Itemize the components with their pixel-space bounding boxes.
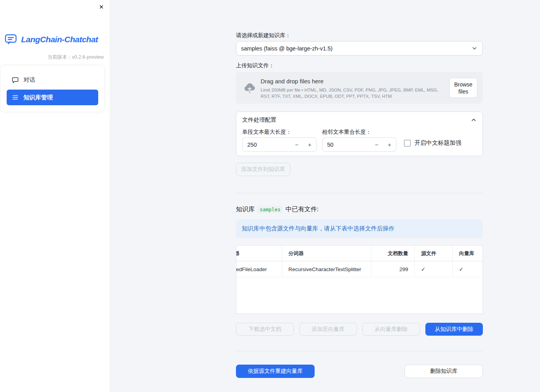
col-doc-count[interactable]: 文档数量	[371, 246, 414, 261]
plus-stepper[interactable]: +	[303, 138, 316, 151]
chat-bubble-icon	[12, 76, 19, 83]
plus-stepper[interactable]: +	[383, 138, 396, 151]
existing-files-heading: 知识库 samples 中已有文件:	[236, 204, 319, 214]
dropzone-limit-text: Limit 200MB per file • HTML, MD, JSON, C…	[261, 87, 448, 99]
chevron-down-icon	[471, 45, 478, 52]
download-selected-button[interactable]: 下载选中文档	[236, 323, 294, 336]
minus-stepper[interactable]: −	[290, 138, 303, 151]
add-to-vector-store-button[interactable]: 添加至向量库	[299, 323, 357, 336]
sidebar-menu: 对话 知识库管理	[1, 66, 104, 111]
divider	[236, 193, 483, 193]
logo-text: LangChain-Chatchat	[21, 35, 98, 44]
logo-chat-icon	[5, 34, 18, 45]
add-files-to-kb-button[interactable]: 添加文件到知识库	[236, 163, 290, 176]
divider	[236, 351, 483, 351]
delete-from-kb-button[interactable]: 从知识库中删除	[425, 323, 483, 336]
table-row[interactable]: UnstructuredFileLoader RecursiveCharacte…	[236, 261, 482, 277]
zh-title-enhance-checkbox-wrap: 开启中文标题加强	[404, 139, 461, 147]
sidebar-item-knowledge-base[interactable]: 知识库管理	[7, 90, 98, 105]
kb-select-label: 请选择或新建知识库：	[236, 32, 291, 39]
file-config-expander: 文件处理配置 单段文本最大长度： 相邻文本重合长度： 250 − + 50 − …	[236, 111, 483, 156]
cell-vector-check: ✓	[452, 261, 482, 277]
dropzone-instruction: Drag and drop files here	[261, 78, 324, 85]
chunk-overlap-input[interactable]: 50 − +	[322, 137, 396, 152]
close-sidebar-icon[interactable]: ✕	[97, 3, 106, 11]
check-icon: ✓	[421, 266, 425, 272]
delete-kb-button[interactable]: 删除知识库	[405, 365, 483, 378]
browse-files-button[interactable]: Browse files	[449, 78, 477, 98]
checkbox[interactable]	[404, 140, 411, 147]
sidebar-item-label: 对话	[23, 76, 35, 84]
sidebar: ✕ LangChain-Chatchat 当前版本：v0.2.6-preview…	[0, 0, 110, 392]
cell-doc-count: 299	[371, 261, 414, 277]
col-loader[interactable]: 文档加载器	[236, 246, 282, 261]
app-logo: LangChain-Chatchat	[5, 34, 98, 45]
checkbox-label: 开启中文标题加强	[414, 139, 461, 147]
col-splitter[interactable]: 分词器	[282, 246, 371, 261]
info-banner: 知识库中包含源文件与向量库，请从下表中选择文件后操作	[236, 219, 483, 238]
cell-source-check: ✓	[414, 261, 452, 277]
chunk-overlap-value[interactable]: 50	[322, 138, 370, 151]
file-dropzone[interactable]: Drag and drop files here Limit 200MB per…	[236, 72, 483, 104]
col-vector-store[interactable]: 向量库	[452, 246, 482, 261]
delete-from-vector-store-button[interactable]: 从向量库删除	[362, 323, 420, 336]
minus-stepper[interactable]: −	[370, 138, 383, 151]
col-source-file[interactable]: 源文件	[414, 246, 452, 261]
cloud-upload-icon	[243, 82, 256, 95]
cell-splitter: RecursiveCharacterTextSplitter	[282, 261, 371, 277]
info-text: 知识库中包含源文件与向量库，请从下表中选择文件后操作	[242, 225, 394, 232]
heading-prefix: 知识库	[236, 205, 255, 214]
chunk-overlap-label: 相邻文本重合长度：	[322, 129, 371, 136]
list-icon	[12, 94, 19, 101]
version-label: 当前版本：v0.2.6-preview	[47, 54, 104, 61]
kb-name-code: samples	[257, 206, 283, 213]
kb-select[interactable]: samples (faiss @ bge-large-zh-v1.5)	[236, 41, 483, 56]
rebuild-vector-store-button[interactable]: 依据源文件重建向量库	[236, 365, 315, 378]
kb-select-value: samples (faiss @ bge-large-zh-v1.5)	[241, 45, 333, 52]
chevron-up-icon[interactable]	[470, 117, 477, 123]
cell-loader: UnstructuredFileLoader	[236, 261, 282, 277]
table-header-row: 文档加载器 分词器 文档数量 源文件 向量库	[236, 246, 482, 261]
files-table: 文档加载器 分词器 文档数量 源文件 向量库 UnstructuredFileL…	[236, 245, 483, 314]
upload-label: 上传知识文件：	[236, 62, 274, 69]
heading-suffix: 中已有文件:	[286, 205, 319, 214]
check-icon: ✓	[459, 266, 463, 272]
expander-title[interactable]: 文件处理配置	[242, 116, 276, 124]
chunk-size-input[interactable]: 250 − +	[242, 137, 317, 152]
chunk-size-value[interactable]: 250	[243, 138, 290, 151]
chunk-size-label: 单段文本最大长度：	[242, 129, 292, 136]
sidebar-item-label: 知识库管理	[23, 94, 53, 101]
sidebar-item-chat[interactable]: 对话	[7, 72, 98, 88]
